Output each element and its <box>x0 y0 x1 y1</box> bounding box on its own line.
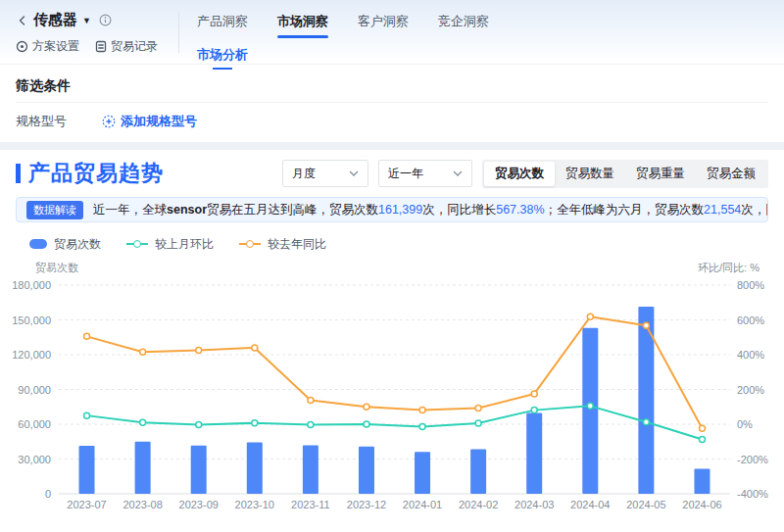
period-select-value: 月度 <box>292 166 316 182</box>
metric-trade-quantity[interactable]: 贸易数量 <box>555 162 625 186</box>
svg-text:2024-05: 2024-05 <box>626 499 665 510</box>
trend-chart: 030,00060,00090,000120,000150,000180,000… <box>0 256 784 532</box>
range-select[interactable]: 近一年 <box>378 160 472 187</box>
svg-text:120,000: 120,000 <box>12 349 51 361</box>
svg-text:800%: 800% <box>737 279 764 291</box>
trade-records-label: 贸易记录 <box>111 38 158 55</box>
svg-text:150,000: 150,000 <box>12 314 51 326</box>
svg-text:2024-01: 2024-01 <box>403 499 442 510</box>
filter-title: 筛选条件 <box>16 76 768 94</box>
spec-model-label: 规格型号 <box>16 113 102 130</box>
trade-trend-section: 产品贸易趋势 月度 近一年 贸易次数 贸易数量 贸易重量 贸易金额 <box>0 150 784 532</box>
legend-trade-count[interactable]: 贸易次数 <box>29 236 101 253</box>
trend-chart-canvas: 030,00060,00090,000120,000150,000180,000… <box>0 256 784 532</box>
svg-text:2023-12: 2023-12 <box>347 499 386 510</box>
title-accent-bar <box>16 164 21 183</box>
header-divider <box>178 12 179 53</box>
app-root: 传感器 ▼ 方案设置 贸易记录 产品洞察 市场洞察 <box>0 0 784 532</box>
svg-text:-200%: -200% <box>737 454 768 465</box>
chevron-down-icon <box>453 170 463 176</box>
section-title: 产品贸易趋势 <box>28 159 164 188</box>
chevron-down-icon[interactable]: ▼ <box>82 16 91 25</box>
tab-competitor-insight[interactable]: 竞企洞察 <box>438 13 489 38</box>
chart-legend: 贸易次数 较上月环比 较去年同比 <box>0 230 784 256</box>
metric-trade-count[interactable]: 贸易次数 <box>484 162 555 186</box>
insight-text: 近一年，全球sensor贸易在五月达到高峰，贸易次数161,399次，同比增长5… <box>93 202 768 218</box>
svg-text:2024-02: 2024-02 <box>459 499 498 510</box>
back-icon[interactable] <box>16 14 29 27</box>
tab-market-insight[interactable]: 市场洞察 <box>277 13 328 38</box>
svg-text:60,000: 60,000 <box>18 418 51 430</box>
svg-text:2023-11: 2023-11 <box>291 499 330 510</box>
svg-text:400%: 400% <box>737 349 764 361</box>
line-legend-marker <box>126 239 148 249</box>
add-spec-model-label: 添加规格型号 <box>121 113 197 130</box>
range-select-value: 近一年 <box>388 166 423 182</box>
svg-text:2024-03: 2024-03 <box>514 499 554 510</box>
trade-records-button[interactable]: 贸易记录 <box>95 38 158 55</box>
product-name[interactable]: 传感器 <box>33 11 77 29</box>
plus-circle-icon <box>102 115 116 128</box>
primary-tabs: 产品洞察 市场洞察 客户洞察 竞企洞察 <box>197 13 489 38</box>
insight-badge: 数据解读 <box>26 201 83 219</box>
info-icon[interactable] <box>99 14 112 26</box>
legend-label: 较上月环比 <box>155 236 214 253</box>
svg-text:2023-08: 2023-08 <box>122 499 162 510</box>
svg-text:180,000: 180,000 <box>12 279 51 291</box>
svg-text:0: 0 <box>45 488 51 500</box>
insight-nav: 产品洞察 市场洞察 客户洞察 竞企洞察 市场分析 <box>197 0 489 64</box>
subtab-market-analysis[interactable]: 市场分析 <box>197 46 248 70</box>
filter-divider <box>16 102 768 103</box>
svg-text:90,000: 90,000 <box>18 384 51 396</box>
add-spec-model-button[interactable]: 添加规格型号 <box>102 113 197 130</box>
tab-product-insight[interactable]: 产品洞察 <box>197 13 248 38</box>
legend-mom-ratio[interactable]: 较上月环比 <box>126 236 214 253</box>
svg-text:2023-07: 2023-07 <box>67 499 106 510</box>
svg-text:30,000: 30,000 <box>18 454 51 465</box>
svg-text:200%: 200% <box>737 384 764 396</box>
filter-panel: 筛选条件 规格型号 添加规格型号 <box>0 65 784 130</box>
metric-switcher: 贸易次数 贸易数量 贸易重量 贸易金额 <box>482 160 768 188</box>
svg-text:2023-09: 2023-09 <box>179 499 219 510</box>
svg-text:2024-04: 2024-04 <box>570 499 610 510</box>
product-header: 传感器 ▼ 方案设置 贸易记录 <box>16 0 178 64</box>
section-separator <box>0 142 784 150</box>
scheme-settings-label: 方案设置 <box>32 38 79 55</box>
top-header: 传感器 ▼ 方案设置 贸易记录 产品洞察 市场洞察 <box>0 0 784 65</box>
svg-text:600%: 600% <box>737 314 764 326</box>
legend-label: 贸易次数 <box>54 236 101 253</box>
svg-text:0%: 0% <box>737 418 753 430</box>
scheme-settings-button[interactable]: 方案设置 <box>16 38 79 55</box>
tab-customer-insight[interactable]: 客户洞察 <box>358 13 409 38</box>
period-select[interactable]: 月度 <box>282 160 368 187</box>
svg-text:环比/同比: %: 环比/同比: % <box>698 262 760 273</box>
legend-yoy-ratio[interactable]: 较去年同比 <box>239 236 326 253</box>
svg-text:贸易次数: 贸易次数 <box>35 262 78 273</box>
metric-trade-weight[interactable]: 贸易重量 <box>625 162 696 186</box>
svg-text:2023-10: 2023-10 <box>235 499 274 510</box>
svg-text:2024-06: 2024-06 <box>682 499 721 510</box>
svg-text:-400%: -400% <box>737 488 768 500</box>
insight-bar: 数据解读 近一年，全球sensor贸易在五月达到高峰，贸易次数161,399次，… <box>16 197 768 222</box>
bar-legend-marker <box>29 239 47 249</box>
line-legend-marker <box>239 239 261 249</box>
legend-label: 较去年同比 <box>268 236 326 253</box>
chevron-down-icon <box>349 170 359 176</box>
metric-trade-amount[interactable]: 贸易金额 <box>696 162 766 186</box>
